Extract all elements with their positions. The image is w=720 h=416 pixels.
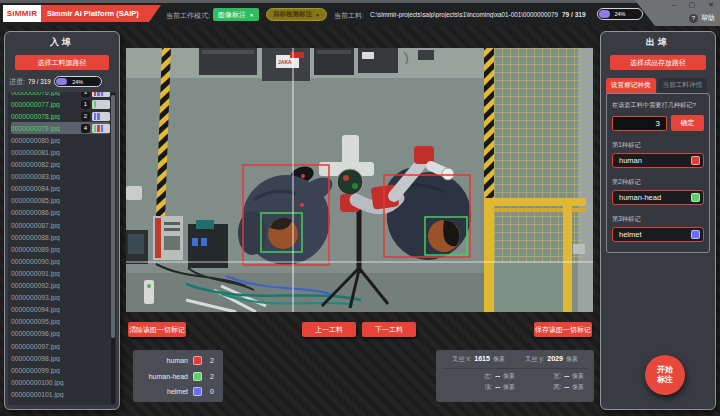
file-row[interactable]: 0000000088.jpg bbox=[11, 231, 110, 243]
file-row[interactable]: 0000000094.jpg bbox=[11, 304, 110, 316]
scrollbar-thumb[interactable] bbox=[111, 95, 115, 338]
previous-material-button[interactable]: 上一工料 bbox=[302, 322, 356, 337]
global-progress-bar: 24% bbox=[597, 8, 643, 20]
file-row[interactable]: 0000000085.jpg bbox=[11, 195, 110, 207]
file-name: 00000000100.jpg bbox=[11, 379, 110, 386]
color-swatch bbox=[193, 387, 202, 396]
file-name: 0000000091.jpg bbox=[11, 270, 110, 277]
start-annotation-button[interactable]: 开始 标注 bbox=[645, 355, 685, 395]
label-name-input-2[interactable]: human-head bbox=[612, 190, 704, 205]
file-name: 0000000086.jpg bbox=[11, 209, 110, 216]
file-row[interactable]: 0000000096.jpg bbox=[11, 328, 110, 340]
file-name: 0000000085.jpg bbox=[11, 197, 110, 204]
file-row[interactable]: 0000000090.jpg bbox=[11, 255, 110, 267]
annotation-count-badge: 2 bbox=[81, 112, 90, 121]
file-row[interactable]: 00000000101.jpg bbox=[11, 388, 110, 400]
label-settings-box: 在该套工料中需要打几种标记? 3 确定 第1种标记 human 第2种标记 hu… bbox=[606, 93, 710, 253]
color-swatch[interactable] bbox=[691, 230, 700, 239]
file-row[interactable]: 0000000082.jpg bbox=[11, 159, 110, 171]
legend-label: helmet bbox=[139, 388, 188, 395]
file-list[interactable]: 0000000076.jpg30000000077.jpg10000000078… bbox=[8, 92, 116, 405]
label-color-bars bbox=[92, 100, 110, 109]
file-name: 0000000098.jpg bbox=[11, 355, 110, 362]
label-count-input[interactable]: 3 bbox=[612, 116, 667, 131]
color-swatch[interactable] bbox=[691, 156, 700, 165]
file-name: 0000000078.jpg bbox=[11, 113, 81, 120]
output-port-panel: 出埠 选择成品存放路径 设置标记种类 当前工料详情 在该套工料中需要打几种标记?… bbox=[600, 31, 716, 410]
mode-primary-dropdown[interactable]: 图像标注 ▼ bbox=[213, 8, 259, 21]
tab-material-details[interactable]: 当前工料详情 bbox=[658, 78, 708, 93]
legend-label: human bbox=[139, 357, 188, 364]
file-row[interactable]: 0000000078.jpg2 bbox=[11, 110, 110, 122]
label-name-input-3[interactable]: helmet bbox=[612, 227, 704, 242]
file-row[interactable]: 0000000098.jpg bbox=[11, 352, 110, 364]
file-row[interactable]: 00000000100.jpg bbox=[11, 376, 110, 388]
file-row[interactable]: 0000000091.jpg bbox=[11, 267, 110, 279]
file-row[interactable]: 0000000087.jpg bbox=[11, 219, 110, 231]
color-swatch[interactable] bbox=[691, 193, 700, 202]
label-count-question: 在该套工料中需要打几种标记? bbox=[612, 101, 704, 110]
save-annotations-button[interactable]: 保存该图一切标记 bbox=[534, 322, 592, 337]
next-material-button[interactable]: 下一工料 bbox=[362, 322, 416, 337]
file-row[interactable]: 0000000099.jpg bbox=[11, 364, 110, 376]
legend-label: human-head bbox=[139, 373, 188, 380]
help-button[interactable]: ? 帮助 bbox=[689, 13, 715, 23]
select-source-path-button[interactable]: 选择工料源路径 bbox=[15, 55, 109, 70]
file-row[interactable]: 0000000093.jpg bbox=[11, 292, 110, 304]
file-row[interactable]: 0000000081.jpg bbox=[11, 146, 110, 158]
progress-label: 进度: bbox=[9, 77, 25, 87]
material-label: 当前工料: bbox=[334, 11, 364, 21]
file-row[interactable]: 0000000095.jpg bbox=[11, 316, 110, 328]
mode-primary-value: 图像标注 bbox=[218, 10, 246, 20]
material-path: C:\simmir-projects\saip\projects\s1\inco… bbox=[370, 11, 558, 18]
top-label: 顶: bbox=[484, 383, 492, 392]
legend-count: 2 bbox=[207, 357, 217, 364]
wall-bracket bbox=[126, 186, 142, 200]
label-color-bar bbox=[94, 101, 97, 108]
field-label-3: 第3种标记 bbox=[612, 215, 704, 224]
maximize-button[interactable]: ▢ bbox=[689, 1, 696, 9]
file-row[interactable]: 0000000080.jpg bbox=[11, 134, 110, 146]
file-row[interactable]: 0000000084.jpg bbox=[11, 183, 110, 195]
legend-count: 2 bbox=[207, 373, 217, 380]
file-row[interactable]: 0000000079.jpg4 bbox=[11, 122, 110, 134]
file-row[interactable]: 0000000089.jpg bbox=[11, 243, 110, 255]
label-color-bar bbox=[94, 113, 97, 120]
file-name: 0000000076.jpg bbox=[11, 92, 81, 96]
height-label: 高: bbox=[553, 383, 561, 392]
field-label-2: 第2种标记 bbox=[612, 178, 704, 187]
file-row[interactable]: 0000000077.jpg1 bbox=[11, 98, 110, 110]
close-button[interactable]: ✕ bbox=[708, 1, 714, 9]
label-color-bars bbox=[92, 92, 110, 97]
label-legend: human 2 human-head 2 helmet 0 bbox=[133, 350, 223, 402]
label-name-input-1[interactable]: human bbox=[612, 153, 704, 168]
annotation-canvas[interactable]: JAKA bbox=[126, 48, 593, 312]
legend-row: human-head 2 bbox=[139, 370, 217, 383]
file-name: 0000000097.jpg bbox=[11, 343, 110, 350]
confirm-button[interactable]: 确定 bbox=[671, 115, 704, 131]
file-row[interactable]: 0000000083.jpg bbox=[11, 171, 110, 183]
file-row[interactable]: 0000000086.jpg bbox=[11, 207, 110, 219]
label-name-value: human bbox=[619, 156, 691, 165]
tab-label-types[interactable]: 设置标记种类 bbox=[606, 78, 656, 93]
select-output-path-button[interactable]: 选择成品存放路径 bbox=[610, 55, 706, 70]
scrollbar[interactable] bbox=[111, 93, 115, 404]
question-icon: ? bbox=[689, 14, 698, 23]
minimize-button[interactable]: – bbox=[672, 1, 676, 9]
input-port-title: 入埠 bbox=[5, 36, 119, 49]
clear-annotations-button[interactable]: 清除该图一切标记 bbox=[128, 322, 186, 337]
label-name-value: human-head bbox=[619, 193, 691, 202]
file-name: 0000000096.jpg bbox=[11, 330, 110, 337]
file-row[interactable]: 0000000092.jpg bbox=[11, 280, 110, 292]
file-name: 0000000093.jpg bbox=[11, 294, 110, 301]
unit-label: 像素 bbox=[503, 372, 515, 381]
panel-progress-bar: 24% bbox=[54, 76, 102, 87]
top-bar: SiMMIR Simmir AI Platform (SAIP) 当前工作模式:… bbox=[0, 3, 720, 26]
unit-label: 像素 bbox=[566, 355, 578, 364]
mode-secondary-dropdown[interactable]: 目标检测标注 ▼ bbox=[266, 8, 327, 21]
file-row[interactable]: 0000000097.jpg bbox=[11, 340, 110, 352]
file-name: 0000000095.jpg bbox=[11, 318, 110, 325]
label-color-bars bbox=[92, 112, 110, 121]
file-name: 0000000077.jpg bbox=[11, 101, 81, 108]
file-name: 0000000089.jpg bbox=[11, 246, 110, 253]
